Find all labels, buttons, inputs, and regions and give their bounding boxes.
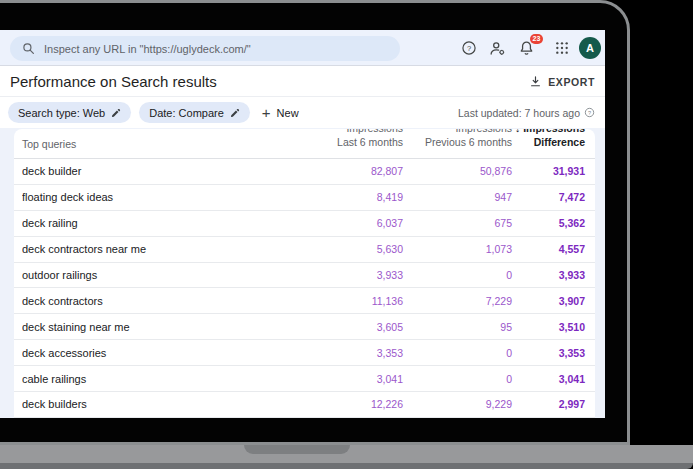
help-icon: ? xyxy=(461,40,477,56)
impressions-difference-cell: 3,510 xyxy=(512,321,585,333)
export-label: EXPORT xyxy=(548,76,595,88)
query-cell[interactable]: deck railing xyxy=(22,217,308,229)
col-difference[interactable]: Difference xyxy=(512,134,585,150)
impressions-last-cell: 3,933 xyxy=(308,269,403,281)
table-header-sub-line: Last 6 months Previous 6 months Differen… xyxy=(14,134,595,150)
new-filter-label: New xyxy=(277,107,299,119)
query-cell[interactable]: deck staining near me xyxy=(22,321,308,333)
query-cell[interactable]: deck contractors xyxy=(22,295,308,307)
impressions-previous-cell: 675 xyxy=(403,217,512,229)
table-row[interactable]: deck builders 12,226 9,229 2,997 xyxy=(14,392,595,418)
export-button[interactable]: EXPORT xyxy=(529,67,595,96)
table-row[interactable]: outdoor railings 3,933 0 3,933 xyxy=(14,263,595,289)
impressions-last-cell: 5,630 xyxy=(308,243,403,255)
last-updated-text: Last updated: 7 hours ago xyxy=(458,107,580,119)
impressions-last-cell: 82,807 xyxy=(308,165,403,177)
page-title: Performance on Search results xyxy=(10,73,217,90)
info-icon: ? xyxy=(584,107,595,118)
impressions-last-cell: 3,353 xyxy=(308,347,403,359)
query-cell[interactable]: deck builders xyxy=(22,398,308,410)
user-settings-button[interactable] xyxy=(489,40,506,57)
download-icon xyxy=(529,75,542,88)
top-app-bar: ? 23 xyxy=(0,30,605,66)
table-row[interactable]: deck builder 82,807 50,876 31,931 xyxy=(14,159,595,185)
col-previous-6-months[interactable]: Previous 6 months xyxy=(403,134,512,150)
impressions-last-cell: 8,419 xyxy=(308,191,403,203)
plus-icon: + xyxy=(262,105,271,120)
impressions-last-cell: 3,605 xyxy=(308,321,403,333)
impressions-last-cell: 6,037 xyxy=(308,217,403,229)
impressions-previous-cell: 7,229 xyxy=(403,295,512,307)
queries-table-card: Impressions Impressions ↓ Impressions La… xyxy=(14,129,595,418)
table-row[interactable]: deck contractors 11,136 7,229 3,907 xyxy=(14,288,595,314)
account-avatar[interactable]: A xyxy=(579,37,601,59)
new-filter-button[interactable]: + New xyxy=(262,102,299,123)
impressions-previous-cell: 1,073 xyxy=(403,243,512,255)
impressions-previous-cell: 95 xyxy=(403,321,512,333)
query-cell[interactable]: deck accessories xyxy=(22,347,308,359)
svg-text:?: ? xyxy=(588,110,591,116)
impressions-difference-cell: 31,931 xyxy=(512,165,585,177)
table-row[interactable]: cable railings 3,041 0 3,041 xyxy=(14,366,595,392)
laptop-mockup: ? 23 xyxy=(0,0,693,469)
svg-text:?: ? xyxy=(467,44,471,53)
apps-grid-button[interactable] xyxy=(555,41,569,55)
search-type-chip-label: Search type: Web xyxy=(18,107,105,119)
page-header: Performance on Search results EXPORT xyxy=(0,67,605,96)
search-icon xyxy=(22,42,35,55)
notification-badge: 23 xyxy=(530,34,543,44)
impressions-difference-cell: 3,907 xyxy=(512,295,585,307)
impressions-previous-cell: 50,876 xyxy=(403,165,512,177)
impressions-difference-cell: 3,041 xyxy=(512,373,585,385)
date-chip-label: Date: Compare xyxy=(149,107,224,119)
help-button[interactable]: ? xyxy=(461,40,477,56)
impressions-difference-cell: 4,557 xyxy=(512,243,585,255)
impressions-previous-cell: 0 xyxy=(403,269,512,281)
apps-grid-icon xyxy=(555,41,569,55)
pencil-icon xyxy=(111,108,121,118)
impressions-difference-cell: 7,472 xyxy=(512,191,585,203)
table-row[interactable]: deck contractors near me 5,630 1,073 4,5… xyxy=(14,237,595,263)
table-header: Impressions Impressions ↓ Impressions La… xyxy=(14,129,595,158)
query-cell[interactable]: cable railings xyxy=(22,373,308,385)
impressions-previous-cell: 0 xyxy=(403,347,512,359)
impressions-difference-cell: 5,362 xyxy=(512,217,585,229)
user-settings-icon xyxy=(489,40,506,57)
content-area: Impressions Impressions ↓ Impressions La… xyxy=(0,128,605,418)
notifications-button[interactable]: 23 xyxy=(518,40,535,57)
impressions-difference-cell: 3,353 xyxy=(512,347,585,359)
table-row[interactable]: deck accessories 3,353 0 3,353 xyxy=(14,340,595,366)
laptop-notch xyxy=(244,445,350,454)
impressions-last-cell: 11,136 xyxy=(308,295,403,307)
date-compare-chip[interactable]: Date: Compare xyxy=(139,102,250,123)
query-cell[interactable]: outdoor railings xyxy=(22,269,308,281)
impressions-previous-cell: 947 xyxy=(403,191,512,203)
impressions-difference-cell: 2,997 xyxy=(512,398,585,410)
impressions-last-cell: 12,226 xyxy=(308,398,403,410)
pencil-icon xyxy=(230,108,240,118)
filter-bar: Search type: Web Date: Compare + New Las… xyxy=(0,96,605,128)
impressions-difference-cell: 3,933 xyxy=(512,269,585,281)
search-console-screen: ? 23 xyxy=(0,30,605,418)
search-type-chip[interactable]: Search type: Web xyxy=(8,102,131,123)
table-row[interactable]: deck staining near me 3,605 95 3,510 xyxy=(14,314,595,340)
table-row[interactable]: floating deck ideas 8,419 947 7,472 xyxy=(14,185,595,211)
table-row[interactable]: deck railing 6,037 675 5,362 xyxy=(14,211,595,237)
query-cell[interactable]: deck contractors near me xyxy=(22,243,308,255)
impressions-previous-cell: 0 xyxy=(403,373,512,385)
last-updated: Last updated: 7 hours ago ? xyxy=(458,107,595,119)
topbar-actions: ? 23 xyxy=(461,30,601,66)
col-last-6-months[interactable]: Last 6 months xyxy=(308,134,403,150)
col-top-queries: Top queries xyxy=(22,138,76,150)
laptop-base-edge xyxy=(0,463,693,469)
query-cell[interactable]: deck builder xyxy=(22,165,308,177)
search-input[interactable] xyxy=(44,43,388,55)
url-inspect-searchbox[interactable] xyxy=(10,36,400,61)
query-cell[interactable]: floating deck ideas xyxy=(22,191,308,203)
impressions-last-cell: 3,041 xyxy=(308,373,403,385)
impressions-previous-cell: 9,229 xyxy=(403,398,512,410)
